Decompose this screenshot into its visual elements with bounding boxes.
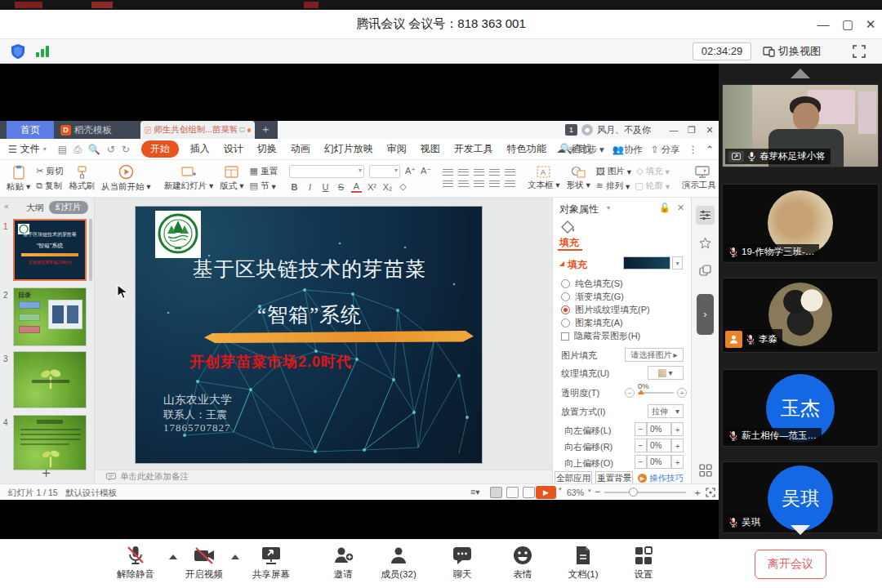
invite-button[interactable]: 邀请 xyxy=(314,545,372,581)
participant-video-5[interactable]: 吴琪 吴琪 xyxy=(722,461,879,533)
tab-slides[interactable]: 幻灯片 xyxy=(49,201,88,214)
picture-button[interactable]: 🖼图片 ▾ xyxy=(596,166,631,177)
menu-file[interactable]: 文件 xyxy=(20,142,40,156)
font-name-select[interactable] xyxy=(289,165,364,178)
members-button[interactable]: 成员(32) xyxy=(369,545,428,581)
properties-strip-button[interactable] xyxy=(696,206,715,225)
close-panel-icon[interactable]: ✕ xyxy=(677,203,684,213)
unlock-icon[interactable]: 🔓 xyxy=(659,203,670,213)
minimize-icon[interactable]: — xyxy=(813,15,833,34)
shape-button[interactable]: 形状 ▾ xyxy=(564,162,594,195)
security-shield-icon[interactable] xyxy=(10,43,26,60)
font-size-select[interactable] xyxy=(369,165,400,178)
template-name[interactable]: 默认设计模板 xyxy=(65,488,117,499)
notes-toggle-icon[interactable]: ≡▾ xyxy=(470,487,479,497)
italic-button[interactable]: I xyxy=(305,182,315,192)
participant-video-2[interactable]: 19-作物学三班-… xyxy=(722,184,879,263)
reset-button[interactable]: ▦重置 xyxy=(250,166,278,177)
chat-button[interactable]: 聊天 xyxy=(433,545,492,581)
align-left-icon[interactable] xyxy=(443,180,453,189)
fit-screen-icon[interactable] xyxy=(706,488,715,497)
indent-increase-icon[interactable] xyxy=(489,169,500,177)
chevron-down-icon[interactable]: ▾ xyxy=(607,204,610,212)
text-direction-icon[interactable] xyxy=(505,180,515,189)
align-right-icon[interactable] xyxy=(474,180,484,189)
present-tools-button[interactable]: 演示工具 ▾ xyxy=(679,162,719,195)
apps-grid-icon[interactable] xyxy=(699,464,712,477)
font-color-button[interactable]: A xyxy=(351,181,362,193)
maximize-icon[interactable]: ▢ xyxy=(838,15,858,34)
clear-format-icon[interactable]: ◇ xyxy=(398,181,408,192)
format-painter-button[interactable]: 格式刷 xyxy=(65,162,98,195)
preview-icon[interactable]: 🔍 xyxy=(88,144,100,155)
transparency-minus-icon[interactable]: − xyxy=(625,388,635,398)
start-video-button[interactable]: 开启视频 xyxy=(175,545,234,581)
offset-right-stepper[interactable]: −0%＋ xyxy=(635,439,684,452)
thumbnail-scrollbar[interactable] xyxy=(89,219,92,281)
zoom-out-icon[interactable]: − xyxy=(595,486,600,497)
paste-button[interactable]: 粘贴 ▾ xyxy=(3,162,33,195)
arrange-button[interactable]: ≋排列 ▾ xyxy=(596,180,630,192)
slide-thumbnail-3[interactable] xyxy=(13,351,87,408)
wps-minimize-icon[interactable]: — xyxy=(666,123,681,136)
indent-decrease-icon[interactable] xyxy=(474,169,484,177)
member-badge[interactable]: 1 xyxy=(565,124,577,136)
menu-item[interactable]: 开发工具 xyxy=(454,142,493,156)
new-slide-button[interactable]: 新建幻灯片 ▾ xyxy=(161,162,217,195)
wps-tab-document[interactable]: P 师生共创组制...苗菜智箱系统 xyxy=(140,121,255,139)
menu-item[interactable]: 特色功能 xyxy=(507,142,546,156)
layout-button[interactable]: 版式 ▾ xyxy=(216,162,247,195)
zoom-level[interactable]: 63% xyxy=(567,488,584,497)
menu-start-tab[interactable]: 开始 xyxy=(141,140,179,158)
leave-meeting-button[interactable]: 离开会议 xyxy=(755,550,826,579)
scroll-down-icon[interactable] xyxy=(791,525,810,535)
print-icon[interactable]: ⎙ xyxy=(74,144,82,155)
tips-link[interactable]: 操作技巧 xyxy=(649,473,684,484)
emoji-button[interactable]: 表情 xyxy=(493,545,552,581)
unmute-button[interactable]: 解除静音 xyxy=(106,545,165,581)
menu-item[interactable]: 动画 xyxy=(291,142,310,156)
line-spacing-icon[interactable] xyxy=(505,169,515,177)
increase-font-icon[interactable]: A⁺ xyxy=(405,166,416,176)
offset-left-stepper[interactable]: −0%＋ xyxy=(635,422,684,436)
network-signal-icon[interactable] xyxy=(36,45,51,58)
option-solid-fill[interactable]: 纯色填充(S) xyxy=(561,278,700,290)
normal-view-icon[interactable] xyxy=(490,487,502,498)
play-options-icon[interactable]: ▾ xyxy=(559,486,562,492)
decrease-font-icon[interactable]: A⁻ xyxy=(421,166,431,176)
option-hide-background[interactable]: 隐藏背景图形(H) xyxy=(561,330,700,342)
option-picture-fill[interactable]: 图片或纹理填充(P) xyxy=(561,304,700,316)
menu-item[interactable]: 插入 xyxy=(190,142,210,156)
plus-icon[interactable]: ＋ xyxy=(671,439,684,452)
slideshow-play-button[interactable]: ▶ xyxy=(536,486,556,499)
collapse-panel-icon[interactable]: « xyxy=(4,202,9,211)
hamburger-icon[interactable]: ☰ xyxy=(8,144,17,155)
tab-outline[interactable]: 大纲 xyxy=(26,202,44,214)
minus-icon[interactable]: − xyxy=(635,455,647,469)
placement-dropdown[interactable]: 拉伸▾ xyxy=(648,404,684,418)
settings-button[interactable]: 设置 xyxy=(614,545,673,581)
wps-close-icon[interactable]: ✕ xyxy=(702,123,717,136)
fullscreen-icon[interactable] xyxy=(853,45,866,58)
wps-tab-home[interactable]: 首页 xyxy=(7,121,54,139)
copy-button[interactable]: ⧉复制 xyxy=(36,180,63,192)
transparency-plus-icon[interactable]: ＋ xyxy=(677,388,687,398)
undo-icon[interactable]: ↺ xyxy=(107,144,115,155)
slide-thumbnail-4[interactable] xyxy=(13,415,87,470)
zoom-dropdown-icon[interactable]: ▾ xyxy=(588,488,591,494)
superscript-button[interactable]: X² xyxy=(367,182,377,192)
select-picture-button[interactable]: 请选择图片▸ xyxy=(625,348,684,362)
outline-button[interactable]: ▢轮廓 ▾ xyxy=(635,180,670,192)
underline-button[interactable]: U xyxy=(320,182,331,192)
sync-status[interactable]: ☁ 未同步 ▾ xyxy=(556,144,604,156)
video-options-icon[interactable] xyxy=(231,555,239,559)
docs-button[interactable]: 文档(1) xyxy=(554,545,612,581)
menu-item[interactable]: 视图 xyxy=(421,142,440,156)
minus-icon[interactable]: − xyxy=(635,439,647,452)
scroll-up-icon[interactable] xyxy=(791,69,810,78)
strikethrough-button[interactable]: S xyxy=(336,182,346,192)
fill-color-swatch[interactable] xyxy=(623,256,670,270)
swatch-dropdown-icon[interactable]: ▾ xyxy=(672,256,683,270)
option-pattern-fill[interactable]: 图案填充(A) xyxy=(561,317,700,329)
minus-icon[interactable]: − xyxy=(635,422,647,436)
